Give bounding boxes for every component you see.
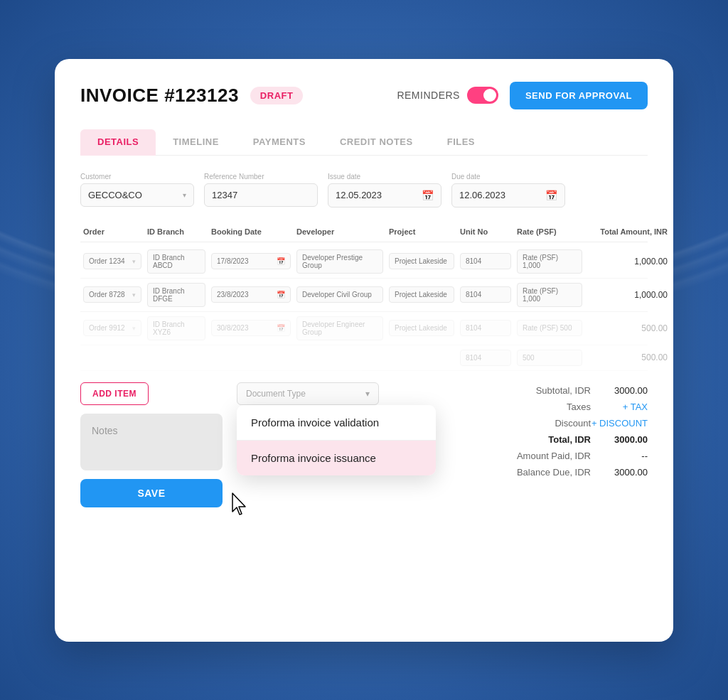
issue-date-input[interactable]: 12.05.2023 📅 [328,183,441,208]
tab-timeline[interactable]: TIMELINE [156,129,236,156]
dropdown-item-proforma-validation[interactable]: Proforma invoice validation [237,405,436,441]
cell-order: Order 1234 ▾ [80,253,144,269]
cell-total: 500.00 [585,323,670,333]
amount-paid-value: -- [591,451,648,461]
invoice-header: INVOICE #123123 DRAFT REMINDERS SEND FOR… [80,82,648,109]
issue-date-field: Issue date 12.05.2023 📅 [328,173,441,208]
cell-rate-psf: 500 [514,350,585,366]
notes-textarea[interactable]: Notes [80,414,223,470]
cell-unit-no: 8104 [457,320,514,336]
col-total-amount: Total Amount, INR [585,227,670,236]
chevron-down-icon: ▾ [183,191,186,199]
cell-rate-psf: Rate (PSF) 500 [514,320,585,336]
bottom-section: ADD ITEM Notes SAVE Document Type ▾ Sale… [80,382,648,507]
save-button[interactable]: SAVE [80,479,223,507]
due-date-input[interactable]: 12.06.2023 📅 [451,183,565,208]
issue-date-label: Issue date [328,173,441,181]
col-id-branch: ID Branch [144,227,208,236]
col-unit-no: Unit No [457,227,514,236]
table-row: Order 9912 ▾ ID Branch XYZ6 30/8/2023 📅 … [80,312,648,345]
table-row: 8104 500 500.00 [80,345,648,371]
left-column: ADD ITEM Notes SAVE [80,382,223,507]
due-date-value: 12.06.2023 [459,190,505,200]
cell-total: 1,000.00 [585,257,670,266]
customer-value: GECCO&CO [88,190,142,200]
cell-rate-psf: Rate (PSF) 1,000 [514,283,585,307]
tab-files[interactable]: FILES [430,129,492,156]
cell-developer: Developer Prestige Group [294,249,386,274]
cell-project: Project Lakeside [386,320,457,336]
cell-id-branch: ID Branch ABCD [144,249,208,274]
tab-payments[interactable]: PAYMENTS [236,129,323,156]
customer-label: Customer [80,173,194,181]
cell-id-branch: ID Branch XYZ6 [144,316,208,340]
document-type-label: Document Type [246,389,306,399]
amount-paid-label: Amount Paid, IDR [420,451,591,461]
cell-id-branch: ID Branch DFGE [144,283,208,307]
table-row: Order 1234 ▾ ID Branch ABCD 17/8/2023 📅 … [80,245,648,279]
summary-amount-paid: Amount Paid, IDR -- [420,448,648,464]
send-for-approval-button[interactable]: SEND FOR APPROVAL [510,82,648,109]
document-type-select[interactable]: Document Type ▾ [237,382,379,405]
cell-total: 500.00 [585,352,670,362]
customer-field: Customer GECCO&CO ▾ [80,173,194,208]
reminders-section: REMINDERS [397,87,498,104]
tab-credit-notes[interactable]: CREDIT NOTES [323,129,430,156]
invoice-card: INVOICE #123123 DRAFT REMINDERS SEND FOR… [55,59,673,642]
cell-booking-date: 17/8/2023 📅 [208,253,294,269]
customer-input[interactable]: GECCO&CO ▾ [80,183,194,207]
document-type-column: Document Type ▾ Sales Validati... Profor… [237,382,379,507]
discount-label: Discount [420,418,591,429]
summary-discount: Discount + DISCOUNT [420,415,648,431]
cursor-icon [230,492,251,522]
table-body: Order 1234 ▾ ID Branch ABCD 17/8/2023 📅 … [80,245,648,371]
reference-field: Reference Number 12347 [204,173,318,208]
cell-developer: Developer Engineer Group [294,316,386,340]
cell-project: Project Lakeside [386,286,457,303]
cell-developer: Developer Civil Group [294,286,386,303]
dropdown-item-proforma-issuance[interactable]: Proforma invoice issuance [237,441,436,475]
dropdown-item-label: Proforma invoice validation [251,416,379,429]
add-item-button[interactable]: ADD ITEM [80,382,149,405]
col-developer: Developer [294,227,386,236]
subtotal-label: Subtotal, IDR [420,385,591,396]
cell-booking-date: 30/8/2023 📅 [208,320,294,336]
col-booking-date: Booking Date [208,227,294,236]
taxes-value[interactable]: + TAX [591,402,648,412]
summary-total: Total, IDR 3000.00 [420,431,648,448]
tab-bar: DETAILS TIMELINE PAYMENTS CREDIT NOTES F… [80,129,648,156]
notes-label: Notes [92,425,118,436]
summary-section: Subtotal, IDR 3000.00 Taxes + TAX Discou… [420,382,648,507]
col-rate-psf: Rate (PSF) [514,227,585,236]
invoice-title: INVOICE #123123 [80,85,239,107]
table-header: Order ID Branch Booking Date Developer P… [80,222,648,242]
chevron-down-icon: ▾ [365,389,370,399]
col-order: Order [80,227,144,236]
cell-order: Order 9912 ▾ [80,320,144,336]
due-date-field: Due date 12.06.2023 📅 [451,173,565,208]
calendar-icon: 📅 [422,190,434,201]
discount-value[interactable]: + DISCOUNT [591,418,648,429]
calendar-icon-due: 📅 [545,190,557,201]
summary-subtotal: Subtotal, IDR 3000.00 [420,382,648,399]
cell-unit-no: 8104 [457,253,514,269]
reminders-label: REMINDERS [397,90,460,101]
issue-date-value: 12.05.2023 [336,190,382,200]
dropdown-item-label: Proforma invoice issuance [251,452,376,464]
due-date-label: Due date [451,173,565,181]
draft-badge: DRAFT [250,87,304,104]
tab-details[interactable]: DETAILS [80,129,156,156]
reference-value: 12347 [212,190,237,200]
balance-due-value: 3000.00 [591,467,648,478]
subtotal-value: 3000.00 [591,385,648,396]
reminders-toggle[interactable] [467,87,498,104]
total-label: Total, IDR [420,434,591,445]
dropdown-popup: Proforma invoice validation Proforma inv… [237,405,436,475]
cell-project: Project Lakeside [386,253,457,269]
total-value: 3000.00 [591,434,648,445]
reference-input[interactable]: 12347 [204,183,318,207]
taxes-label: Taxes [420,402,591,412]
summary-balance-due: Balance Due, IDR 3000.00 [420,464,648,480]
table-row: Order 8728 ▾ ID Branch DFGE 23/8/2023 📅 … [80,279,648,312]
cell-order: Order 8728 ▾ [80,286,144,303]
